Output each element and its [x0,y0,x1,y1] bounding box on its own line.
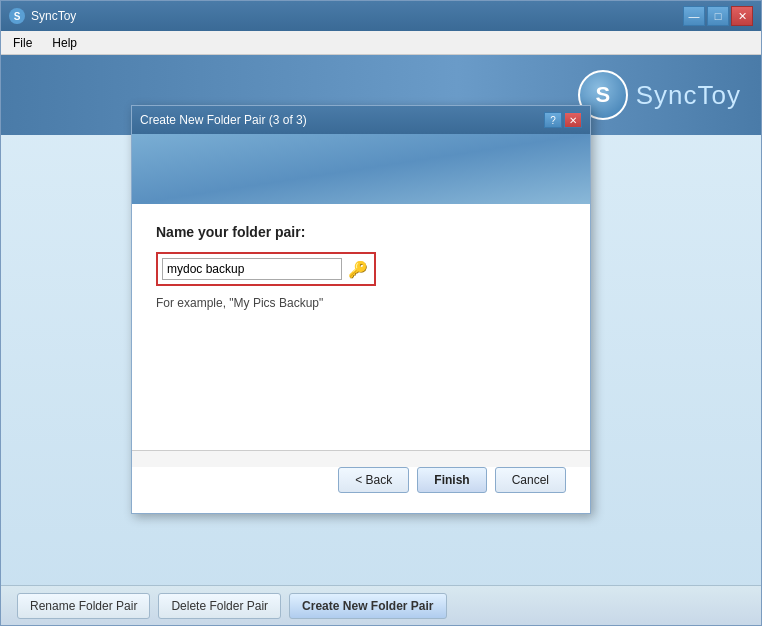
key-icon: 🔑 [348,260,368,279]
logo-text-part1: Sync [636,80,698,110]
dialog: Create New Folder Pair (3 of 3) ? ✕ Name… [131,105,591,514]
folder-pair-label: Name your folder pair: [156,224,566,240]
main-window: S SyncToy — □ ✕ File Help S SyncToy Crea… [0,0,762,626]
title-bar-left: S SyncToy [9,8,76,24]
dialog-banner [132,134,590,204]
rename-folder-pair-button[interactable]: Rename Folder Pair [17,593,150,619]
logo-text-part2: Toy [698,80,741,110]
back-button[interactable]: < Back [338,467,409,493]
menu-bar: File Help [1,31,761,55]
folder-name-input[interactable] [162,258,342,280]
minimize-button[interactable]: — [683,6,705,26]
finish-button[interactable]: Finish [417,467,486,493]
close-button[interactable]: ✕ [731,6,753,26]
dialog-title: Create New Folder Pair (3 of 3) [140,113,307,127]
maximize-button[interactable]: □ [707,6,729,26]
menu-file[interactable]: File [9,34,36,52]
delete-folder-pair-button[interactable]: Delete Folder Pair [158,593,281,619]
cancel-button[interactable]: Cancel [495,467,566,493]
menu-help[interactable]: Help [48,34,81,52]
window-title: SyncToy [31,9,76,23]
example-text: For example, "My Pics Backup" [156,296,566,310]
dialog-title-controls: ? ✕ [544,112,582,128]
dialog-space [156,350,566,430]
dialog-close-button[interactable]: ✕ [564,112,582,128]
create-new-folder-pair-button[interactable]: Create New Folder Pair [289,593,446,619]
dialog-help-button[interactable]: ? [544,112,562,128]
app-logo: S SyncToy [578,70,741,120]
title-bar: S SyncToy — □ ✕ [1,1,761,31]
dialog-separator [132,450,590,451]
dialog-footer: < Back Finish Cancel [132,467,590,513]
dialog-title-bar: Create New Folder Pair (3 of 3) ? ✕ [132,106,590,134]
app-icon: S [9,8,25,24]
dialog-content: Name your folder pair: 🔑 For example, "M… [132,204,590,450]
input-row: 🔑 [156,252,376,286]
logo-text: SyncToy [636,80,741,111]
bottom-toolbar: Rename Folder Pair Delete Folder Pair Cr… [1,585,761,625]
window-controls: — □ ✕ [683,6,753,26]
